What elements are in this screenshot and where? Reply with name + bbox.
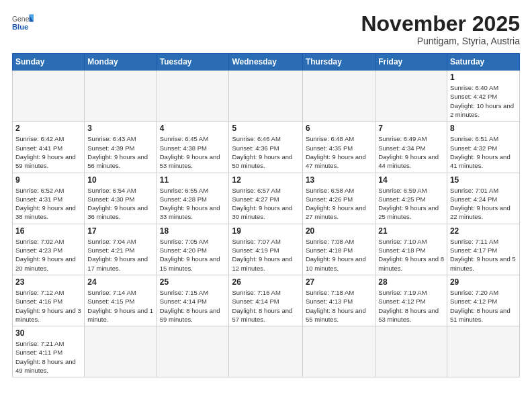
day-info: Sunrise: 7:08 AM Sunset: 4:18 PM Dayligh… [306,237,372,273]
day-info: Sunrise: 7:11 AM Sunset: 4:17 PM Dayligh… [450,237,517,273]
table-row: 17Sunrise: 7:04 AM Sunset: 4:21 PM Dayli… [85,224,157,275]
table-row: 22Sunrise: 7:11 AM Sunset: 4:17 PM Dayli… [447,224,519,275]
day-number: 17 [87,226,153,236]
table-row [85,71,157,122]
table-row [157,71,229,122]
table-row [229,71,302,122]
day-info: Sunrise: 7:12 AM Sunset: 4:16 PM Dayligh… [15,288,81,324]
day-info: Sunrise: 7:10 AM Sunset: 4:18 PM Dayligh… [378,237,444,273]
table-row: 11Sunrise: 6:55 AM Sunset: 4:28 PM Dayli… [157,173,229,224]
table-row [157,326,229,377]
day-number: 30 [15,328,81,338]
day-info: Sunrise: 6:51 AM Sunset: 4:32 PM Dayligh… [450,134,517,170]
day-info: Sunrise: 6:49 AM Sunset: 4:34 PM Dayligh… [378,134,444,170]
day-number: 24 [87,277,153,287]
table-row [447,326,519,377]
day-info: Sunrise: 7:16 AM Sunset: 4:14 PM Dayligh… [232,288,299,324]
table-row: 7Sunrise: 6:49 AM Sunset: 4:34 PM Daylig… [375,122,447,173]
day-number: 26 [232,277,299,287]
day-info: Sunrise: 7:05 AM Sunset: 4:20 PM Dayligh… [160,237,226,273]
day-number: 29 [450,277,517,287]
day-number: 27 [306,277,372,287]
day-info: Sunrise: 7:07 AM Sunset: 4:19 PM Dayligh… [232,237,299,273]
day-number: 18 [160,226,226,236]
header: General Blue November 2025 Puntigam, Sty… [12,12,520,46]
day-number: 28 [378,277,444,287]
day-info: Sunrise: 6:40 AM Sunset: 4:42 PM Dayligh… [450,83,517,119]
day-number: 16 [15,226,81,236]
table-row: 13Sunrise: 6:58 AM Sunset: 4:26 PM Dayli… [302,173,375,224]
table-row: 21Sunrise: 7:10 AM Sunset: 4:18 PM Dayli… [375,224,447,275]
table-row: 10Sunrise: 6:54 AM Sunset: 4:30 PM Dayli… [85,173,157,224]
table-row: 20Sunrise: 7:08 AM Sunset: 4:18 PM Dayli… [302,224,375,275]
day-info: Sunrise: 7:21 AM Sunset: 4:11 PM Dayligh… [15,339,81,375]
day-number: 4 [160,124,226,133]
day-number: 12 [232,175,299,185]
day-info: Sunrise: 6:46 AM Sunset: 4:36 PM Dayligh… [232,134,299,170]
table-row [229,326,302,377]
col-wednesday: Wednesday [229,54,302,71]
table-row: 2Sunrise: 6:42 AM Sunset: 4:41 PM Daylig… [13,122,85,173]
col-saturday: Saturday [447,54,519,71]
table-row [375,71,447,122]
day-number: 20 [306,226,372,236]
table-row: 1Sunrise: 6:40 AM Sunset: 4:42 PM Daylig… [447,71,519,122]
day-info: Sunrise: 6:42 AM Sunset: 4:41 PM Dayligh… [15,134,81,170]
day-number: 7 [378,124,444,133]
table-row: 14Sunrise: 6:59 AM Sunset: 4:25 PM Dayli… [375,173,447,224]
day-number: 3 [87,124,153,133]
table-row [13,71,85,122]
col-monday: Monday [85,54,157,71]
day-number: 11 [160,175,226,185]
table-row [375,326,447,377]
calendar-header-row: Sunday Monday Tuesday Wednesday Thursday… [13,54,520,71]
logo-icon: General Blue [12,12,34,34]
day-number: 9 [15,175,81,185]
table-row: 15Sunrise: 7:01 AM Sunset: 4:24 PM Dayli… [447,173,519,224]
table-row: 5Sunrise: 6:46 AM Sunset: 4:36 PM Daylig… [229,122,302,173]
table-row: 6Sunrise: 6:48 AM Sunset: 4:35 PM Daylig… [302,122,375,173]
subtitle: Puntigam, Styria, Austria [361,36,520,46]
day-number: 13 [306,175,372,185]
logo: General Blue [12,12,34,34]
page: General Blue November 2025 Puntigam, Sty… [0,0,532,411]
day-info: Sunrise: 7:15 AM Sunset: 4:14 PM Dayligh… [160,288,226,324]
day-number: 1 [450,73,517,82]
col-sunday: Sunday [13,54,85,71]
title-block: November 2025 Puntigam, Styria, Austria [361,12,520,46]
col-thursday: Thursday [302,54,375,71]
day-info: Sunrise: 6:54 AM Sunset: 4:30 PM Dayligh… [87,186,153,222]
table-row: 24Sunrise: 7:14 AM Sunset: 4:15 PM Dayli… [85,275,157,326]
day-number: 14 [378,175,444,185]
table-row: 29Sunrise: 7:20 AM Sunset: 4:12 PM Dayli… [447,275,519,326]
table-row: 19Sunrise: 7:07 AM Sunset: 4:19 PM Dayli… [229,224,302,275]
day-number: 6 [306,124,372,133]
day-number: 19 [232,226,299,236]
day-number: 8 [450,124,517,133]
table-row: 23Sunrise: 7:12 AM Sunset: 4:16 PM Dayli… [13,275,85,326]
col-tuesday: Tuesday [157,54,229,71]
day-info: Sunrise: 7:19 AM Sunset: 4:12 PM Dayligh… [378,288,444,324]
day-info: Sunrise: 6:55 AM Sunset: 4:28 PM Dayligh… [160,186,226,222]
day-number: 10 [87,175,153,185]
day-info: Sunrise: 6:59 AM Sunset: 4:25 PM Dayligh… [378,186,444,222]
table-row: 3Sunrise: 6:43 AM Sunset: 4:39 PM Daylig… [85,122,157,173]
day-number: 23 [15,277,81,287]
day-number: 21 [378,226,444,236]
day-number: 25 [160,277,226,287]
calendar: Sunday Monday Tuesday Wednesday Thursday… [12,53,520,377]
table-row [85,326,157,377]
day-info: Sunrise: 7:20 AM Sunset: 4:12 PM Dayligh… [450,288,517,324]
col-friday: Friday [375,54,447,71]
day-info: Sunrise: 7:02 AM Sunset: 4:23 PM Dayligh… [15,237,81,273]
table-row: 9Sunrise: 6:52 AM Sunset: 4:31 PM Daylig… [13,173,85,224]
table-row: 30Sunrise: 7:21 AM Sunset: 4:11 PM Dayli… [13,326,85,377]
table-row [302,326,375,377]
day-info: Sunrise: 6:48 AM Sunset: 4:35 PM Dayligh… [306,134,372,170]
svg-text:Blue: Blue [12,23,28,31]
day-info: Sunrise: 6:52 AM Sunset: 4:31 PM Dayligh… [15,186,81,222]
month-title: November 2025 [361,12,520,36]
table-row: 16Sunrise: 7:02 AM Sunset: 4:23 PM Dayli… [13,224,85,275]
table-row: 25Sunrise: 7:15 AM Sunset: 4:14 PM Dayli… [157,275,229,326]
day-info: Sunrise: 7:04 AM Sunset: 4:21 PM Dayligh… [87,237,153,273]
